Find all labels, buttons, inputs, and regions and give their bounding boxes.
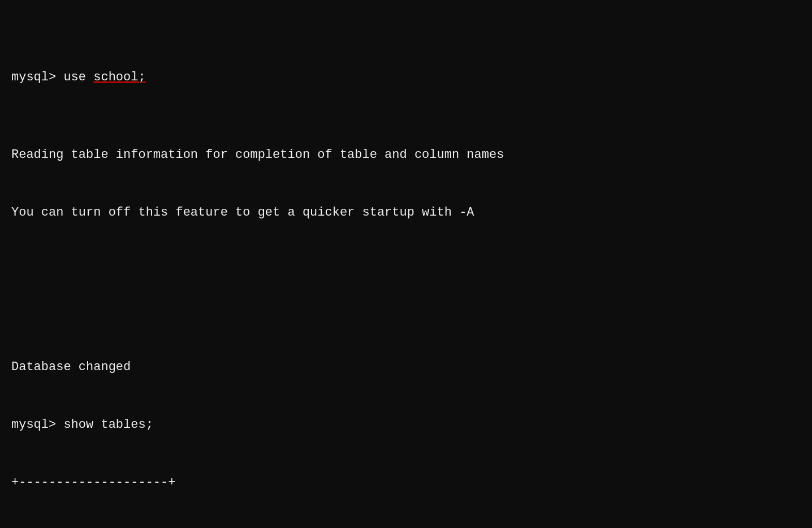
school-cmd-underlined: school; <box>93 68 145 87</box>
show-tables-1: mysql> show tables; <box>11 415 801 435</box>
db-changed-line: Database changed <box>11 358 801 377</box>
terminal-output: mysql> use school; Reading table informa… <box>11 10 801 528</box>
you-can-line: You can turn off this feature to get a q… <box>11 203 801 222</box>
table-border-1: +--------------------+ <box>11 473 801 492</box>
use-school-line: mysql> use school; <box>11 68 801 87</box>
prompt-1: mysql> <box>11 68 63 87</box>
reading-line: Reading table information for completion… <box>11 145 801 165</box>
use-cmd: use <box>63 68 93 87</box>
